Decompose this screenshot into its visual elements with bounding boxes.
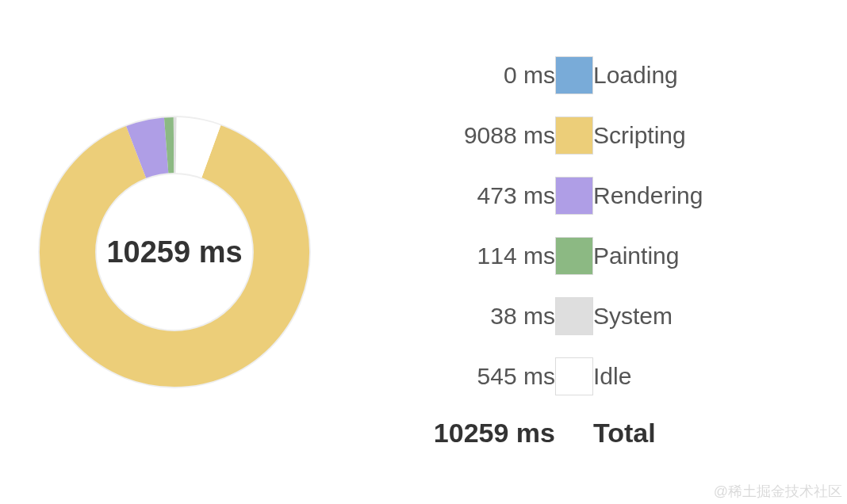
legend-row-rendering: 473 msRendering	[349, 177, 703, 215]
legend-swatch-system	[555, 297, 593, 335]
legend-total-value: 10259 ms	[349, 418, 555, 449]
legend-row-total: 10259 msTotal	[349, 418, 703, 449]
legend-total-label: Total	[593, 418, 703, 449]
legend-value: 473 ms	[349, 177, 555, 215]
legend-swatch-painting	[555, 237, 593, 275]
legend-swatch-idle	[555, 357, 593, 395]
legend-value: 114 ms	[349, 237, 555, 275]
legend-label: Rendering	[593, 177, 703, 215]
legend-label: Loading	[593, 56, 703, 94]
legend-table: 0 msLoading9088 msScripting473 msRenderi…	[349, 34, 703, 471]
legend-value: 38 ms	[349, 297, 555, 335]
donut-chart-container: 10259 ms	[0, 109, 349, 395]
legend-label: Painting	[593, 237, 703, 275]
legend-row-system: 38 msSystem	[349, 297, 703, 335]
legend-value: 0 ms	[349, 56, 555, 94]
legend-row-painting: 114 msPainting	[349, 237, 703, 275]
legend-label: Scripting	[593, 116, 703, 155]
legend-row-loading: 0 msLoading	[349, 56, 703, 94]
legend-swatch-scripting	[555, 116, 593, 155]
legend-row-idle: 545 msIdle	[349, 357, 703, 395]
legend-value: 9088 ms	[349, 116, 555, 155]
legend-label: System	[593, 297, 703, 335]
legend-label: Idle	[593, 357, 703, 395]
legend-swatch-loading	[555, 56, 593, 94]
legend-swatch-rendering	[555, 177, 593, 215]
legend-value: 545 ms	[349, 357, 555, 395]
legend-row-scripting: 9088 msScripting	[349, 116, 703, 155]
donut-center-total: 10259 ms	[32, 109, 317, 395]
